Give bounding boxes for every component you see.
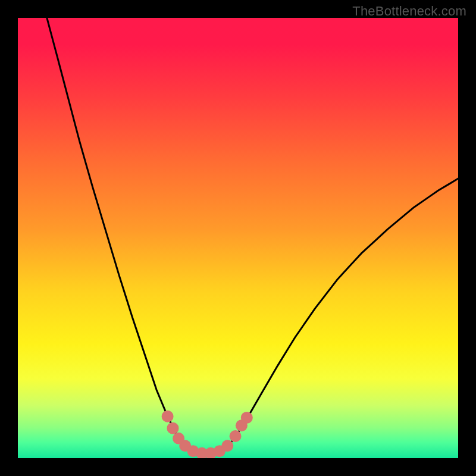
bottleneck-curve — [47, 18, 458, 454]
highlight-dot — [162, 411, 174, 422]
highlight-dot — [221, 440, 233, 452]
curve-layer — [18, 18, 458, 458]
watermark-text: TheBottleneck.com — [352, 4, 466, 19]
highlight-dot — [230, 430, 242, 442]
chart-frame: TheBottleneck.com — [0, 0, 476, 476]
highlight-dot — [241, 412, 253, 424]
plot-area — [18, 18, 458, 458]
highlight-dot — [167, 422, 178, 434]
